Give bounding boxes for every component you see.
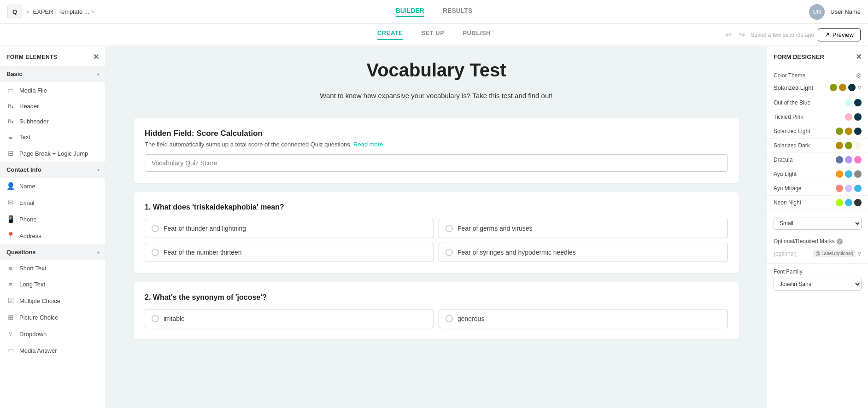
font-family-section: Font Family Josefin Sans [767, 263, 868, 295]
current-theme-name: Solarized Light [774, 84, 813, 91]
hidden-field-section: Hidden Field: Score Calculation The fiel… [134, 118, 739, 183]
sidebar-item-page-break[interactable]: ⊟ Page Break + Logic Jump [0, 145, 106, 162]
sidebar-item-text[interactable]: ≡ Text [0, 129, 106, 145]
color-dot [854, 170, 862, 178]
color-dot [836, 185, 843, 192]
short-text-icon: ≡ [6, 264, 15, 272]
canvas: Vocabulary Test Want to know how expansi… [106, 46, 767, 408]
undo-button[interactable]: ↩ [724, 29, 733, 41]
main-tabs: BUILDER RESULTS [396, 7, 473, 17]
tab-results[interactable]: RESULTS [443, 7, 472, 17]
color-dot [839, 84, 846, 91]
sidebar-item-media-answer[interactable]: ▭ Media Answer [0, 342, 106, 359]
text-icon: ≡ [6, 133, 15, 141]
sidebar-item-address[interactable]: 📍 Address [0, 227, 106, 244]
gear-icon[interactable]: ⚙ [856, 72, 862, 79]
sub-tab-create[interactable]: CREATE [377, 29, 403, 40]
question-1-options: Fear of thunder and lightning Fear of ge… [145, 219, 728, 262]
sidebar-item-dropdown[interactable]: ▿ Dropdown [0, 326, 106, 342]
section-contact-info[interactable]: Contact Info › [0, 162, 106, 178]
font-family-select[interactable]: Josefin Sans [774, 278, 862, 291]
opt-marks-label: Optional/Required Marks ? [774, 238, 843, 245]
phone-icon: 📱 [6, 215, 15, 223]
theme-ayu-mirage[interactable]: Ayu Mirage [767, 181, 868, 196]
color-dot [836, 128, 843, 135]
size-select[interactable]: Small [774, 217, 862, 230]
designer-header: FORM DESIGNER ✕ [767, 46, 868, 66]
sidebar-item-subheader[interactable]: H₂ Subheader [0, 114, 106, 129]
close-designer-button[interactable]: ✕ [856, 52, 862, 61]
preview-button[interactable]: ↗ Preview [818, 28, 861, 41]
form-title: Vocabulary Test [134, 60, 739, 81]
theme-dracula[interactable]: Dracula [767, 153, 868, 167]
address-icon: 📍 [6, 232, 15, 240]
chevron-down-icon: ∨ [857, 84, 862, 91]
email-icon: ✉ [6, 198, 15, 207]
color-dot [845, 185, 852, 192]
sub-tab-setup[interactable]: SET UP [421, 29, 444, 40]
section-basic[interactable]: Basic › [0, 66, 106, 82]
score-field-input[interactable] [145, 154, 728, 172]
sidebar-item-picture-choice[interactable]: ⊞ Picture Choice [0, 309, 106, 326]
section-questions[interactable]: Questions › [0, 244, 106, 260]
question-1-title: 1. What does 'triskaidekaphobia' mean? [145, 203, 728, 211]
redo-button[interactable]: ↪ [737, 29, 747, 41]
sidebar-item-phone[interactable]: 📱 Phone [0, 211, 106, 227]
sidebar-header: FORM ELEMENTS ✕ [0, 46, 106, 66]
option-btn[interactable]: irritable [145, 309, 434, 328]
sidebar-item-email[interactable]: ✉ Email [0, 194, 106, 211]
color-dot [854, 128, 862, 135]
question-2-section: 2. What's the synonym of 'jocose'? irrit… [134, 282, 739, 339]
question-2-title: 2. What's the synonym of 'jocose'? [145, 293, 728, 302]
page-break-icon: ⊟ [6, 149, 15, 157]
tab-builder[interactable]: BUILDER [396, 7, 424, 17]
sidebar-right: FORM DESIGNER ✕ Color Theme ⚙ Solarized … [767, 46, 868, 408]
option-btn[interactable]: Fear of the number thirteen [145, 243, 434, 262]
sidebar-item-multiple-choice[interactable]: ☑ Multiple Choice [0, 292, 106, 309]
dropdown-icon: ▿ [6, 330, 15, 338]
long-text-icon: ≡ [6, 280, 15, 288]
theme-dots [845, 113, 862, 121]
current-theme-row[interactable]: Solarized Light ∨ [767, 81, 868, 96]
color-theme-label: Color Theme [774, 72, 805, 79]
info-icon: ? [837, 239, 843, 245]
theme-dots [836, 170, 862, 178]
option-btn[interactable]: Fear of syringes and hypodermic needles [439, 243, 728, 262]
sidebar-item-long-text[interactable]: ≡ Long Text [0, 276, 106, 292]
theme-dots [836, 185, 862, 192]
chevron-icon: › [97, 249, 99, 256]
hidden-field-desc: The field automatically sums up a total … [145, 141, 728, 148]
optional-badge: @ Label (optional) [813, 250, 856, 257]
option-btn[interactable]: Fear of thunder and lightning [145, 219, 434, 238]
sidebar-item-media-file[interactable]: ▭ Media File [0, 82, 106, 99]
theme-out-of-the-blue[interactable]: Out of the Blue [767, 96, 868, 110]
logo[interactable]: Q [7, 5, 22, 19]
media-answer-icon: ▭ [6, 346, 15, 355]
chevron-icon: › [97, 71, 99, 77]
size-section: Small [767, 212, 868, 234]
sidebar-item-short-text[interactable]: ≡ Short Text [0, 260, 106, 276]
color-dot [845, 113, 852, 121]
theme-dots [836, 156, 862, 163]
sub-tab-publish[interactable]: PUBLISH [463, 29, 491, 40]
sidebar-item-name[interactable]: 👤 Name [0, 178, 106, 194]
theme-ayu-light[interactable]: Ayu Light [767, 167, 868, 181]
close-sidebar-button[interactable]: ✕ [93, 52, 100, 61]
breadcrumb[interactable]: EXPERT Template ... ∨ [33, 8, 95, 15]
read-more-link[interactable]: Read more [353, 141, 383, 148]
color-dot [845, 128, 852, 135]
theme-neon-night[interactable]: Neon Night [767, 196, 868, 210]
current-theme-dots [830, 84, 856, 91]
question-2-options: irritable generous [145, 309, 728, 328]
color-dot [836, 170, 843, 178]
option-btn[interactable]: Fear of germs and viruses [439, 219, 728, 238]
sidebar-item-header[interactable]: H₁ Header [0, 99, 106, 114]
font-family-label: Font Family [774, 268, 862, 275]
chevron-down-icon: ∨ [857, 251, 862, 257]
theme-solarized-light[interactable]: Solarized Light [767, 124, 868, 139]
option-btn[interactable]: generous [439, 309, 728, 328]
color-dot [845, 156, 852, 163]
theme-solarized-dark[interactable]: Solarized Dark [767, 139, 868, 153]
color-dot [845, 170, 852, 178]
theme-tickled-pink[interactable]: Tickled Pink [767, 110, 868, 124]
